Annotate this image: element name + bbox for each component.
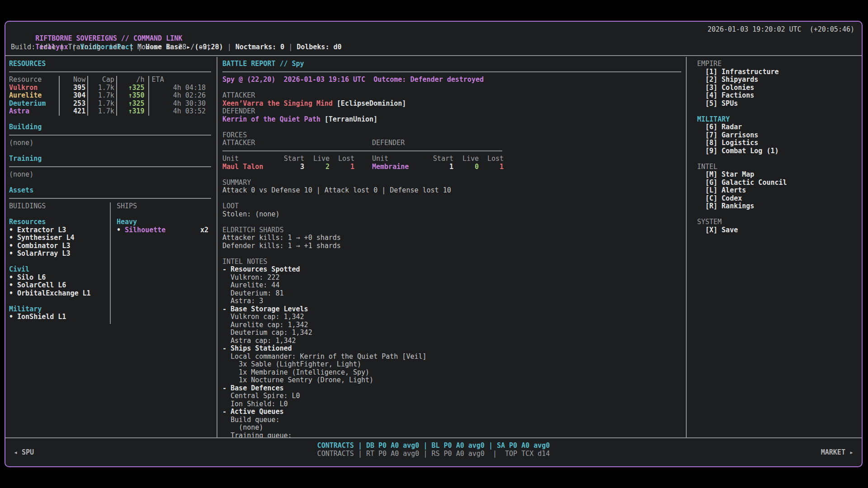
resources-table: ResourceNowCap/hETA Vulkron3951.7k↑3254h… <box>9 76 211 116</box>
menu-item-galactic-council[interactable]: [G]Galactic Council <box>697 179 858 187</box>
menu-item-factions[interactable]: [4]Factions <box>697 92 858 100</box>
intel-note-line: Astra cap: 1,342 <box>222 337 681 345</box>
footer-spu-nav[interactable]: ◂ SPU <box>14 448 34 456</box>
intel-note-line: Aurelite: 44 <box>222 282 681 290</box>
bullet-icon: • <box>9 249 13 258</box>
intel-note-head: - Active Queues <box>222 408 681 416</box>
bullet-icon: • <box>9 313 13 321</box>
intel-note-head: - Resources Spotted <box>222 266 681 274</box>
training-queue-empty: (none) <box>9 171 211 179</box>
intel-note-head: - Base Defences <box>222 385 681 393</box>
defender-unit-name: Membraine <box>372 163 427 171</box>
intel-note-line: Astra: 3 <box>222 297 681 305</box>
bullet-icon: • <box>9 234 13 242</box>
shards-label: ELDRITCH SHARDS <box>222 226 681 235</box>
loot-label: LOOT <box>222 202 681 211</box>
bullet-icon: • <box>9 226 13 234</box>
defender-name: Kerrin of the Quiet Path <box>222 115 321 123</box>
list-item: •Extractor L3 <box>9 226 110 235</box>
ship-name: Silhouette <box>125 226 165 234</box>
intel-note-line: Vulkron: 222 <box>222 274 681 282</box>
menu-item-infrastructure[interactable]: [1]Infrastructure <box>697 68 858 76</box>
intel-note-line: Ion Shield: L0 <box>222 400 681 408</box>
defender-faction: [TerranUnion] <box>325 115 377 123</box>
defender-label: DEFENDER <box>222 108 681 116</box>
list-item: •OrbitalExchange L1 <box>9 290 110 298</box>
attacker-faction: [EclipseDominion] <box>337 99 406 108</box>
status-line: Build: idle | Training: idle | Moves: in… <box>11 43 854 52</box>
bullet-icon: • <box>9 242 13 250</box>
intel-note-line: 3x Sable (LightFighter, Light) <box>222 361 681 369</box>
intel-note-line: Deuterium cap: 1,342 <box>222 329 681 337</box>
intel-note-line: (none) <box>222 424 681 432</box>
dolbeks-counter: Dolbeks: d0 <box>297 43 341 51</box>
intel-note-line: Vulkron cap: 1,342 <box>222 313 681 321</box>
intel-note-head: - Ships Stationed <box>222 345 681 353</box>
intel-note-line: Aurelite cap: 1,342 <box>222 321 681 329</box>
separator: | <box>227 43 231 51</box>
intel-note-line: Training queue: <box>222 432 681 438</box>
menu-item-save[interactable]: [X]Save <box>697 226 858 235</box>
divider <box>222 147 502 155</box>
building-group-resources: Resources <box>9 218 46 226</box>
main-area: RESOURCES ResourceNowCap/hETA Vulkron395… <box>5 57 862 437</box>
list-item: •Combinator L3 <box>9 242 110 250</box>
bullet-icon: • <box>9 281 13 289</box>
battle-report-title: BATTLE REPORT // Spy <box>222 60 304 68</box>
app-title: RIFTBORNE SOVEREIGNS // COMMAND LINK <box>35 34 182 42</box>
menu-item-combat-log[interactable]: [9]Combat Log (1) <box>697 147 858 155</box>
ship-count: x2 <box>200 226 208 235</box>
menu-item-garrisons[interactable]: [7]Garrisons <box>697 131 858 140</box>
footer-market-nav[interactable]: MARKET ▸ <box>821 448 854 456</box>
intel-note-line: Build queue: <box>222 416 681 424</box>
list-item: •Silhouettex2 <box>117 226 211 235</box>
clock: 2026-01-03 19:20:02 UTC (+20:05:46) <box>708 25 854 34</box>
menu-item-rankings[interactable]: [R]Rankings <box>697 202 858 211</box>
shards-attacker: Attacker kills: 1 → +0 shards <box>222 234 681 242</box>
menu-item-spus[interactable]: [5]SPUs <box>697 100 858 108</box>
command-link-window: RIFTBORNE SOVEREIGNS // COMMAND LINK 202… <box>5 21 863 467</box>
ships-panel: SHIPS Heavy •Silhouettex2 <box>111 202 211 324</box>
menu-item-radar[interactable]: [6]Radar <box>697 123 858 131</box>
attacker-unit-name: Maul Talon <box>222 163 278 171</box>
menu-item-colonies[interactable]: [3]Colonies <box>697 84 858 92</box>
menu-item-star-map[interactable]: [M]Star Map <box>697 171 858 179</box>
header: RIFTBORNE SOVEREIGNS // COMMAND LINK 202… <box>5 22 862 56</box>
assets-section-title: Assets <box>9 186 33 194</box>
building-group-civil: Civil <box>9 265 29 273</box>
intel-note-line: Deuterium: 81 <box>222 290 681 298</box>
table-row: Aurelite3041.7k↑3504h 02:26 <box>9 92 211 100</box>
list-item: •Silo L6 <box>9 274 110 282</box>
separator: | <box>288 43 292 51</box>
menu-item-logistics[interactable]: [8]Logistics <box>697 139 858 147</box>
intel-note-line: Central Spire: L0 <box>222 392 681 400</box>
intel-note-line: Local commander: Kerrin of the Quiet Pat… <box>222 353 681 361</box>
menu-section-title-empire: EMPIRE <box>697 60 858 68</box>
battle-report-panel: BATTLE REPORT // Spy Spy @ (22,20) 2026-… <box>217 57 687 437</box>
summary-text: Attack 0 vs Defense 10 | Attack lost 0 |… <box>222 187 681 195</box>
bullet-icon: • <box>9 273 13 282</box>
forces-label: FORCES <box>222 131 681 140</box>
resources-table-header: ResourceNowCap/hETA <box>9 76 211 84</box>
attacker-name: Xeen’Varra the Singing Mind <box>222 99 333 108</box>
list-item: •IonShield L1 <box>9 313 110 321</box>
divider <box>9 68 211 76</box>
menu-item-codex[interactable]: [C]Codex <box>697 195 858 203</box>
buildings-title: BUILDINGS <box>9 202 110 211</box>
bullet-icon: • <box>9 289 13 297</box>
forces-table-header: UnitStartLiveLostUnitStartLiveLost <box>222 155 681 163</box>
shards-defender: Defender kills: 1 → +1 shards <box>222 242 681 250</box>
table-row: Vulkron3951.7k↑3254h 04:18 <box>9 84 211 92</box>
building-group-military: Military <box>9 305 42 313</box>
menu-section-title-intel: INTEL <box>697 163 858 171</box>
list-item: •Synthesiser L4 <box>9 234 110 242</box>
menu-item-shipyards[interactable]: [2]Shipyards <box>697 76 858 84</box>
buildings-panel: BUILDINGS Resources •Extractor L3 •Synth… <box>9 202 111 324</box>
overview-panel: RESOURCES ResourceNowCap/hETA Vulkron395… <box>5 57 217 437</box>
bullet-icon: • <box>117 226 121 234</box>
attacker-label: ATTACKER <box>222 92 681 100</box>
menu-item-alerts[interactable]: [L]Alerts <box>697 187 858 195</box>
forces-side-labels: ATTACKERDEFENDER <box>222 139 681 147</box>
forces-table-row: Maul Talon321Membraine101 <box>222 163 681 171</box>
noctmarks-counter: Noctmarks: 0 <box>236 43 284 51</box>
